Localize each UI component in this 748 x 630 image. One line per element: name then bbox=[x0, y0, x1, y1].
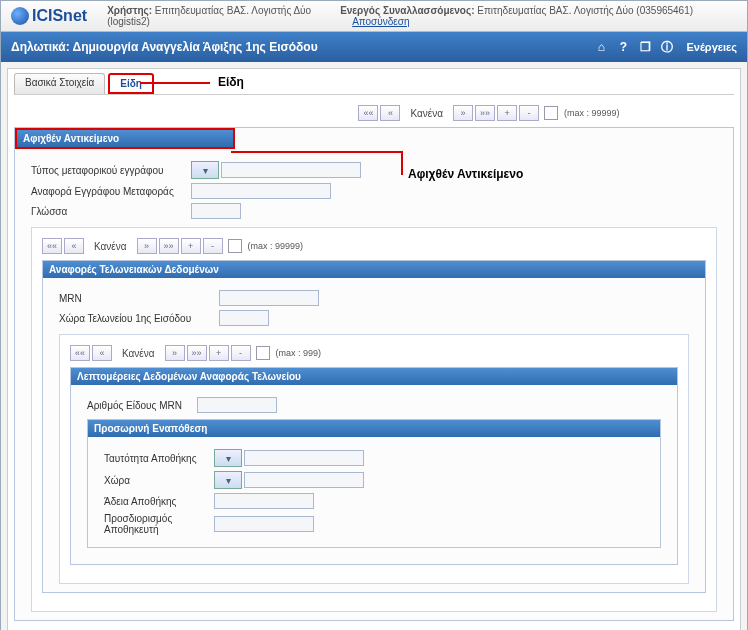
app-window: ICISnet Χρήστης: Επιτηδευματίας ΒΑΣ. Λογ… bbox=[0, 0, 748, 630]
subpanel-customs: «« « Κανένα » »» + - (max : 99999) Αναφο… bbox=[31, 227, 717, 612]
select-warehouse-id[interactable]: ▾ bbox=[214, 449, 242, 467]
brand-text: ICISnet bbox=[32, 7, 87, 25]
label-warehouse-license: Άδεια Αποθήκης bbox=[104, 496, 214, 507]
label-language: Γλώσσα bbox=[31, 206, 191, 217]
input-mrn-item-no[interactable] bbox=[197, 397, 277, 413]
active-label: Ενεργός Συναλλασσόμενος: bbox=[340, 5, 474, 16]
pager3-add[interactable]: + bbox=[209, 345, 229, 361]
annotation-section-label: Αφιχθέν Αντικείμενο bbox=[408, 167, 523, 181]
subpanel-details: «« « Κανένα » »» + - (max : 999) bbox=[59, 334, 689, 584]
annotation-line-2h bbox=[231, 151, 401, 153]
tab-basic[interactable]: Βασικά Στοιχεία bbox=[14, 73, 105, 94]
pager2-remove[interactable]: - bbox=[203, 238, 223, 254]
copy-icon[interactable]: ❐ bbox=[636, 38, 654, 56]
pager3-next[interactable]: » bbox=[165, 345, 185, 361]
pager-max: (max : 99999) bbox=[564, 108, 620, 118]
pager-add[interactable]: + bbox=[497, 105, 517, 121]
help-icon[interactable]: ? bbox=[614, 38, 632, 56]
page-title: Δηλωτικά: Δημιουργία Αναγγελία Άφιξης 1η… bbox=[11, 40, 318, 54]
section-customs-refs-header: Αναφορές Τελωνειακών Δεδομένων bbox=[43, 261, 705, 278]
select-country[interactable]: ▾ bbox=[214, 471, 242, 489]
pager3-check[interactable] bbox=[256, 346, 270, 360]
pager3-last[interactable]: »» bbox=[187, 345, 207, 361]
label-doc-ref: Αναφορά Εγγράφου Μεταφοράς bbox=[31, 186, 191, 197]
pager-prev[interactable]: « bbox=[380, 105, 400, 121]
section-customs-details-header: Λεπτομέρειες Δεδομένων Αναφοράς Τελωνείο… bbox=[71, 368, 677, 385]
section-arrived-item: Αφιχθέν Αντικείμενο Αφιχθέν Αντικείμενο … bbox=[14, 127, 734, 621]
pager2-count: Κανένα bbox=[86, 241, 135, 252]
input-doc-type[interactable] bbox=[221, 162, 361, 178]
pager-count: Κανένα bbox=[402, 108, 451, 119]
pager3-remove[interactable]: - bbox=[231, 345, 251, 361]
section-temp-storage-header: Προσωρινή Εναπόθεση bbox=[88, 420, 660, 437]
user-label: Χρήστης: bbox=[107, 5, 152, 16]
pager-next[interactable]: » bbox=[453, 105, 473, 121]
pager-remove[interactable]: - bbox=[519, 105, 539, 121]
select-doc-type[interactable]: ▾ bbox=[191, 161, 219, 179]
input-warehouse-id[interactable] bbox=[244, 450, 364, 466]
pager2-check[interactable] bbox=[228, 239, 242, 253]
input-customs-country[interactable] bbox=[219, 310, 269, 326]
pager-first[interactable]: «« bbox=[358, 105, 378, 121]
pager2-add[interactable]: + bbox=[181, 238, 201, 254]
label-mrn-item-no: Αριθμός Είδους MRN bbox=[87, 400, 197, 411]
pager3-count: Κανένα bbox=[114, 348, 163, 359]
pager-1: «« « Κανένα » »» + - (max : 99999) bbox=[244, 105, 734, 121]
home-icon[interactable]: ⌂ bbox=[592, 38, 610, 56]
active-value: Επιτηδευματίας ΒΑΣ. Λογιστής Δύο (035965… bbox=[477, 5, 693, 16]
label-customs-country: Χώρα Τελωνείου 1ης Εισόδου bbox=[59, 313, 219, 324]
section-arrived-item-header: Αφιχθέν Αντικείμενο bbox=[15, 128, 235, 149]
pager3-first[interactable]: «« bbox=[70, 345, 90, 361]
pager2-prev[interactable]: « bbox=[64, 238, 84, 254]
topbar: ICISnet Χρήστης: Επιτηδευματίας ΒΑΣ. Λογ… bbox=[1, 1, 747, 32]
pager-last[interactable]: »» bbox=[475, 105, 495, 121]
section-customs-details: Λεπτομέρειες Δεδομένων Αναφοράς Τελωνείο… bbox=[70, 367, 678, 565]
input-warehouse-license[interactable] bbox=[214, 493, 314, 509]
label-country: Χώρα bbox=[104, 475, 214, 486]
logout-link[interactable]: Αποσύνδεση bbox=[352, 16, 409, 27]
label-storer-id: Προσδιορισμός Αποθηκευτή bbox=[104, 513, 214, 535]
pager-3: «« « Κανένα » »» + - (max : 999) bbox=[70, 345, 678, 361]
pager2-first[interactable]: «« bbox=[42, 238, 62, 254]
label-warehouse-id: Ταυτότητα Αποθήκης bbox=[104, 453, 214, 464]
input-doc-ref[interactable] bbox=[191, 183, 331, 199]
tabs: Βασικά Στοιχεία Είδη bbox=[14, 73, 734, 95]
input-country[interactable] bbox=[244, 472, 364, 488]
section-customs-refs: Αναφορές Τελωνειακών Δεδομένων MRN Χώρα … bbox=[42, 260, 706, 593]
input-language[interactable] bbox=[191, 203, 241, 219]
globe-icon bbox=[11, 7, 29, 25]
actions-button[interactable]: Ενέργειες bbox=[686, 41, 737, 53]
content: Βασικά Στοιχεία Είδη Είδη «« « Κανένα » … bbox=[7, 68, 741, 630]
input-storer-id[interactable] bbox=[214, 516, 314, 532]
pager-check[interactable] bbox=[544, 106, 558, 120]
label-doc-type: Τύπος μεταφορικού εγγράφου bbox=[31, 165, 191, 176]
annotation-tab-label: Είδη bbox=[218, 75, 244, 89]
info-icon[interactable]: ⓘ bbox=[658, 38, 676, 56]
pager2-next[interactable]: » bbox=[137, 238, 157, 254]
label-mrn: MRN bbox=[59, 293, 219, 304]
pager2-last[interactable]: »» bbox=[159, 238, 179, 254]
annotation-line-2v bbox=[401, 151, 403, 175]
logo: ICISnet bbox=[11, 7, 87, 25]
pager2-max: (max : 99999) bbox=[248, 241, 304, 251]
section-temp-storage: Προσωρινή Εναπόθεση Ταυτότητα Αποθήκης ▾ bbox=[87, 419, 661, 548]
titlebar: Δηλωτικά: Δημιουργία Αναγγελία Άφιξης 1η… bbox=[1, 32, 747, 62]
pager-2: «« « Κανένα » »» + - (max : 99999) bbox=[42, 238, 706, 254]
main-panel: Βασικά Στοιχεία Είδη Είδη «« « Κανένα » … bbox=[1, 62, 747, 630]
pager3-prev[interactable]: « bbox=[92, 345, 112, 361]
user-info: Χρήστης: Επιτηδευματίας ΒΑΣ. Λογιστής Δύ… bbox=[107, 5, 737, 27]
annotation-line bbox=[140, 82, 210, 84]
pager3-max: (max : 999) bbox=[276, 348, 322, 358]
input-mrn[interactable] bbox=[219, 290, 319, 306]
